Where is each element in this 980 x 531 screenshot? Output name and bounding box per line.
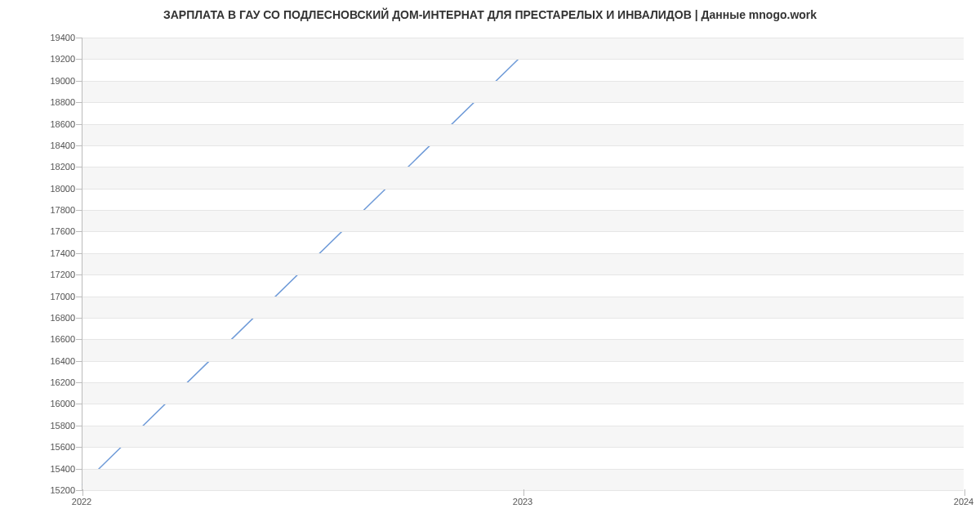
x-tick-label: 2022 (72, 497, 91, 506)
y-tick-label: 17400 (10, 248, 75, 258)
y-tick-label: 15400 (10, 464, 75, 474)
y-gridline (82, 297, 964, 297)
grid-band (82, 297, 964, 318)
y-tick-label: 17000 (10, 292, 75, 301)
y-tick-label: 15600 (10, 442, 75, 452)
grid-band (82, 38, 964, 59)
grid-band (82, 426, 964, 447)
y-tick (76, 81, 82, 82)
y-tick (76, 469, 82, 470)
y-gridline (82, 81, 964, 82)
grid-band (82, 124, 964, 145)
y-tick (76, 361, 82, 362)
y-gridline (82, 426, 964, 426)
y-tick-label: 15200 (10, 485, 75, 495)
grid-band (82, 210, 964, 231)
y-gridline (82, 469, 964, 470)
x-tick (82, 489, 83, 496)
x-tick-label: 2023 (513, 497, 532, 506)
y-tick (76, 124, 82, 125)
y-tick-label: 18000 (10, 184, 75, 194)
y-tick (76, 38, 82, 38)
y-gridline (82, 38, 964, 38)
y-tick-label: 15800 (10, 421, 75, 431)
y-tick-label: 19000 (10, 76, 75, 86)
y-tick-label: 18800 (10, 97, 75, 107)
y-gridline (82, 274, 964, 275)
y-gridline (82, 339, 964, 340)
x-tick (964, 489, 965, 496)
y-gridline (82, 231, 964, 232)
y-tick-label: 17200 (10, 270, 75, 279)
y-gridline (82, 404, 964, 404)
y-tick (76, 210, 82, 211)
y-tick (76, 404, 82, 404)
grid-band (82, 382, 964, 404)
y-tick-label: 16000 (10, 399, 75, 408)
y-tick (76, 274, 82, 275)
y-tick (76, 382, 82, 383)
y-tick-label: 18200 (10, 162, 75, 172)
y-tick (76, 490, 82, 491)
y-tick (76, 253, 82, 254)
x-tick-label: 2024 (954, 497, 973, 506)
grid-band (82, 253, 964, 274)
x-tick (523, 489, 524, 496)
y-tick (76, 102, 82, 103)
y-tick (76, 167, 82, 167)
grid-band (82, 469, 964, 490)
y-tick (76, 426, 82, 426)
y-tick (76, 339, 82, 340)
y-tick (76, 447, 82, 448)
y-tick (76, 231, 82, 232)
y-gridline (82, 253, 964, 254)
y-gridline (82, 167, 964, 167)
y-tick (76, 189, 82, 190)
y-gridline (82, 361, 964, 362)
y-gridline (82, 210, 964, 211)
y-tick-label: 17600 (10, 226, 75, 236)
y-gridline (82, 124, 964, 125)
y-tick-label: 18400 (10, 141, 75, 150)
y-tick-label: 16400 (10, 356, 75, 366)
plot-area (82, 38, 964, 490)
y-tick (76, 59, 82, 60)
y-tick-label: 18600 (10, 119, 75, 129)
y-gridline (82, 145, 964, 146)
y-tick (76, 318, 82, 319)
y-tick-label: 19200 (10, 54, 75, 64)
y-tick-label: 16800 (10, 313, 75, 323)
y-tick-label: 16200 (10, 377, 75, 387)
grid-band (82, 167, 964, 188)
grid-band (82, 339, 964, 360)
y-gridline (82, 382, 964, 383)
chart-title: ЗАРПЛАТА В ГАУ СО ПОДЛЕСНОВСКИЙ ДОМ-ИНТЕ… (0, 8, 980, 21)
y-tick-label: 16600 (10, 334, 75, 344)
y-gridline (82, 447, 964, 448)
y-gridline (82, 189, 964, 190)
y-tick (76, 297, 82, 297)
grid-band (82, 81, 964, 102)
y-tick (76, 145, 82, 146)
y-tick-label: 17800 (10, 205, 75, 215)
y-gridline (82, 59, 964, 60)
y-gridline (82, 102, 964, 103)
chart-container: ЗАРПЛАТА В ГАУ СО ПОДЛЕСНОВСКИЙ ДОМ-ИНТЕ… (0, 0, 980, 531)
y-tick-label: 19400 (10, 33, 75, 42)
y-gridline (82, 318, 964, 319)
